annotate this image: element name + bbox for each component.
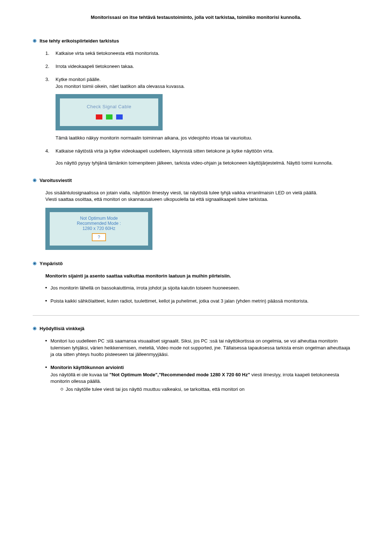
section-header: Varoitusviestit (33, 178, 374, 183)
section-title: Varoitusviestit (40, 178, 72, 183)
bullet-icon (33, 327, 37, 331)
section-title: Hyödyllisiä vinkkejä (40, 326, 85, 331)
green-square (106, 114, 113, 119)
section-title: Ympäristö (40, 261, 63, 266)
env-bullet-1: Jos monitorin lähellä on bassokaiuttimia… (45, 285, 352, 291)
rgb-row (60, 114, 158, 119)
svg-point-5 (34, 263, 35, 264)
check-signal-diagram: Check Signal Cable (56, 94, 163, 130)
opt-line2: Recommended Mode : (50, 221, 148, 226)
step-3: Kytke monitori päälle. Jos monitori toim… (45, 76, 352, 141)
tip-2-sub-1: Jos näytölle tulee viesti tai jos näyttö… (61, 386, 352, 393)
tips-list: Monitori luo uudelleen PC :stä saamansa … (45, 338, 352, 392)
diagram-inner: Check Signal Cable (60, 98, 158, 126)
tip-2-sublist: Jos näytölle tulee viesti tai jos näyttö… (50, 386, 352, 393)
section-title: Itse tehty erikoispiirteiden tarkistus (40, 38, 119, 44)
svg-point-7 (34, 328, 35, 329)
tip-2-bold: "Not Optimum Mode","Recommended mode 128… (110, 372, 250, 377)
bullet-icon (33, 178, 37, 182)
bullet-icon (33, 39, 37, 43)
step-3-line1: Kytke monitori päälle. (56, 76, 352, 83)
red-square (96, 114, 102, 119)
step-4-line2: Jos näyttö pysyy tyhjänä tämänkin toimen… (56, 160, 352, 166)
env-heading: Monitorin sijainti ja asento saattaa vai… (45, 273, 352, 279)
tip-2-title: Monitorin käyttökunnon arviointi (50, 364, 352, 371)
svg-point-1 (34, 40, 35, 41)
opt-line3: 1280 x 720 60Hz (50, 226, 148, 231)
optimum-diagram: Not Optimum Mode Recommended Mode : 1280… (45, 208, 152, 250)
step-1: Katkaise virta sekä tietokoneesta että m… (45, 50, 352, 57)
intro-text: Monitorissasi on itse tehtävä testaustoi… (18, 15, 374, 20)
section-header: Itse tehty erikoispiirteiden tarkistus (33, 38, 374, 44)
env-list: Jos monitorin lähellä on bassokaiuttimia… (45, 285, 352, 304)
step-3-note: Tämä laatikko näkyy monitorin normaalin … (56, 135, 352, 141)
diagram-inner: Not Optimum Mode Recommended Mode : 1280… (50, 212, 148, 246)
question-box: ? (92, 233, 106, 241)
step-4: Katkaise näytöstä virta ja kytke videoka… (45, 148, 352, 166)
section-warning: Varoitusviestit Jos sisääntulosignaaliss… (18, 178, 374, 250)
step-3-line2: Jos monitori toimii oikein, näet laatiko… (56, 83, 352, 90)
steps-list: Katkaise virta sekä tietokoneesta että m… (45, 50, 352, 167)
section-environment: Ympäristö Monitorin sijainti ja asento s… (18, 261, 374, 305)
tip-2: Monitorin käyttökunnon arviointi Jos näy… (45, 364, 352, 392)
diagram-text: Check Signal Cable (60, 104, 158, 110)
section-header: Ympäristö (33, 261, 374, 266)
tip-2-text-a: Jos näytöllä ei ole kuvaa tai (50, 372, 110, 377)
step-2: Irrota videokaapeli tietokoneen takaa. (45, 63, 352, 70)
bullet-icon (33, 262, 37, 266)
section-header: Hyödyllisiä vinkkejä (33, 326, 374, 331)
svg-point-3 (34, 179, 35, 181)
opt-line1: Not Optimum Mode (50, 216, 148, 221)
tip-1: Monitori luo uudelleen PC :stä saamansa … (45, 338, 352, 358)
section-tips: Hyödyllisiä vinkkejä Monitori luo uudell… (18, 326, 374, 392)
blue-square (116, 114, 123, 119)
warning-para1: Jos sisääntulosignaalissa on jotain vial… (45, 190, 352, 196)
warning-para2: Viesti saattaa osoittaa, että monitori o… (45, 196, 352, 203)
step-4-line1: Katkaise näytöstä virta ja kytke videoka… (56, 148, 352, 154)
separator (33, 315, 359, 316)
env-bullet-2: Poista kaikki sähkölaitteet, kuten radio… (45, 298, 352, 304)
section-self-test: Itse tehty erikoispiirteiden tarkistus K… (18, 38, 374, 167)
